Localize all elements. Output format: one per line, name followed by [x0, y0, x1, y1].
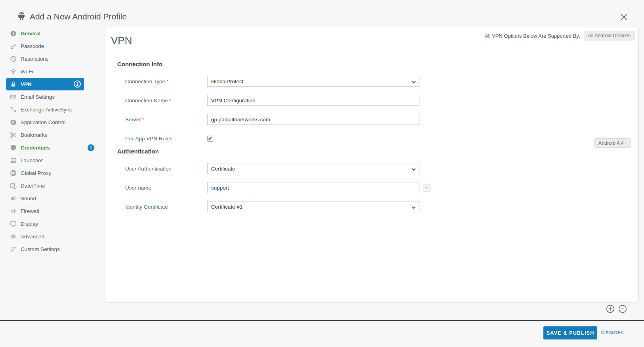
profile-sections-sidebar: GeneralPasscodeRestrictionsWi-FiVPN1Emai…	[6, 27, 97, 255]
count-badge: 1	[88, 144, 94, 151]
form-row: Identity CertificateCertificate #1	[105, 197, 638, 216]
os-requirement-badge: Android 4.4+	[594, 138, 631, 148]
sidebar-item-launcher[interactable]: Launcher	[6, 154, 97, 167]
sidebar-item-date-time[interactable]: Date/Time	[6, 179, 97, 192]
monitor-icon	[10, 220, 17, 227]
save-publish-button[interactable]: SAVE & PUBLISH	[543, 326, 597, 339]
email-icon	[10, 94, 17, 100]
sidebar-item-display[interactable]: Display	[6, 217, 97, 230]
form-row: Connection Name*	[105, 91, 638, 110]
wifi-icon	[10, 68, 17, 75]
form-row: Server*	[105, 110, 638, 129]
sidebar-item-global-proxy[interactable]: Global Proxy	[6, 167, 97, 179]
key-icon	[10, 43, 17, 50]
app-control-icon	[10, 119, 17, 126]
required-asterisk: *	[142, 117, 144, 123]
sidebar-item-label: Launcher	[21, 157, 94, 163]
sidebar-item-firewall[interactable]: Firewall	[6, 205, 97, 217]
sidebar-item-wi-fi[interactable]: Wi-Fi	[6, 65, 97, 78]
section-heading: Connection Info	[117, 61, 638, 69]
vpn-settings-panel: All VPN Options Below Are Supported By: …	[105, 27, 638, 302]
sidebar-item-vpn[interactable]: VPN1	[6, 78, 84, 90]
sidebar-item-label: Application Control	[21, 119, 94, 125]
connection-name-input[interactable]	[207, 95, 419, 106]
sidebar-item-restrictions[interactable]: Restrictions	[6, 52, 97, 65]
sidebar-item-label: Global Proxy	[21, 170, 94, 176]
add-value-button[interactable]: +	[423, 184, 431, 192]
form-row: User name+	[105, 178, 638, 197]
sidebar-item-label: Firewall	[21, 208, 94, 214]
calendar-clock-icon	[10, 182, 17, 189]
minus-circle-icon[interactable]	[618, 305, 627, 315]
sidebar-item-exchange-activesync[interactable]: Exchange ActiveSync	[6, 103, 97, 116]
sidebar-item-label: Email Settings	[21, 94, 94, 100]
sidebar-item-application-control[interactable]: Application Control	[6, 116, 97, 128]
speaker-icon	[10, 195, 17, 202]
server-input[interactable]	[207, 114, 419, 125]
vpn-form: Connection InfoConnection Type*GlobalPro…	[105, 61, 638, 216]
add-android-profile-dialog: Add a New Android Profile GeneralPasscod…	[0, 0, 644, 347]
field-label: User Authentication	[105, 166, 207, 172]
chevron-down-icon	[412, 80, 416, 84]
cancel-button[interactable]: CANCEL	[601, 330, 625, 335]
user-authentication-select[interactable]: Certificate	[207, 163, 419, 174]
supported-by-note: All VPN Options Below Are Supported By:	[485, 33, 580, 39]
sidebar-item-bookmarks[interactable]: Bookmarks	[6, 128, 97, 141]
field-label: Server*	[105, 117, 207, 123]
selected-value: Certificate	[211, 166, 235, 172]
field-label: Connection Name*	[105, 98, 207, 104]
chevron-down-icon	[412, 167, 416, 171]
form-row: Per-App VPN Rules✔	[105, 129, 638, 148]
per-app-vpn-rules-checkbox[interactable]: ✔	[207, 136, 213, 142]
count-badge: 1	[74, 81, 81, 88]
sidebar-item-general[interactable]: General	[6, 27, 97, 40]
supported-devices-badge: All Android Devices	[584, 31, 634, 40]
supported-by-row: All VPN Options Below Are Supported By: …	[485, 31, 634, 40]
sidebar-item-label: Date/Time	[21, 183, 94, 189]
sidebar-item-label: Restrictions	[21, 56, 94, 62]
dialog-header: Add a New Android Profile	[17, 11, 127, 22]
gear-icon	[10, 233, 17, 240]
page-title: VPN	[111, 35, 132, 47]
required-asterisk: *	[169, 98, 171, 104]
sidebar-item-label: VPN	[21, 81, 74, 87]
firewall-icon	[10, 208, 17, 215]
form-row: Connection Type*GlobalProtect	[105, 72, 638, 91]
selected-value: GlobalProtect	[211, 79, 244, 84]
field-label: Connection Type*	[105, 79, 207, 84]
lock-icon	[10, 81, 17, 88]
exchange-icon	[10, 106, 17, 113]
field-label: Per-App VPN Rules	[105, 136, 207, 142]
restrictions-icon	[10, 56, 17, 62]
sidebar-item-label: General	[21, 31, 94, 36]
launcher-icon	[10, 157, 17, 164]
sidebar-item-sound[interactable]: Sound	[6, 192, 97, 205]
plus-circle-icon[interactable]	[606, 305, 615, 315]
close-icon[interactable]	[619, 13, 628, 21]
sidebar-item-label: Display	[21, 221, 94, 227]
sidebar-item-label: Advanced	[21, 234, 94, 240]
sidebar-item-email-settings[interactable]: Email Settings	[6, 90, 97, 103]
footer-bar: SAVE & PUBLISH CANCEL	[0, 321, 644, 347]
sidebar-item-label: Exchange ActiveSync	[21, 107, 94, 113]
sidebar-item-advanced[interactable]: Advanced	[6, 230, 97, 243]
field-label: User name	[105, 185, 207, 191]
field-label: Identity Certificate	[105, 204, 207, 210]
user-name-input[interactable]	[207, 182, 419, 193]
dialog-title: Add a New Android Profile	[30, 12, 127, 21]
chevron-down-icon	[412, 205, 416, 209]
connection-type-select[interactable]: GlobalProtect	[207, 76, 419, 87]
form-row: User AuthenticationCertificate	[105, 159, 638, 178]
sidebar-item-label: Sound	[21, 196, 94, 201]
sidebar-item-custom-settings[interactable]: Custom Settings	[6, 243, 97, 255]
shield-icon	[10, 144, 17, 151]
sidebar-item-passcode[interactable]: Passcode	[6, 40, 97, 52]
required-asterisk: *	[166, 79, 168, 84]
sidebar-item-label: Bookmarks	[21, 132, 94, 138]
android-icon	[17, 11, 26, 22]
identity-certificate-select[interactable]: Certificate #1	[207, 201, 419, 212]
globe-icon	[10, 170, 17, 176]
sidebar-item-credentials[interactable]: Credentials1	[6, 141, 97, 154]
sidebar-item-label: Passcode	[21, 43, 94, 49]
wand-icon	[10, 246, 17, 253]
